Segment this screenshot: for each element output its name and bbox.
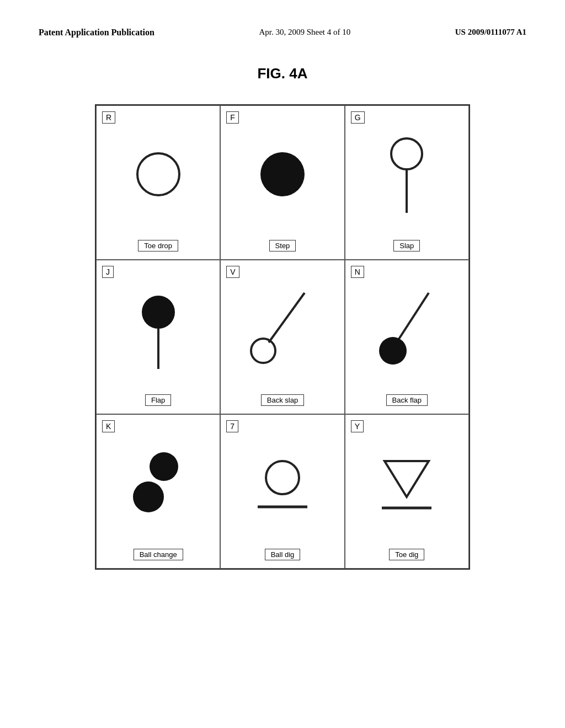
header-right: US 2009/0111077 A1	[455, 28, 526, 37]
cell-symbol	[102, 431, 214, 541]
svg-marker-14	[385, 461, 429, 497]
cell-letter: F	[226, 111, 239, 124]
grid-cell-k: KBall change	[96, 414, 220, 569]
cell-label: Toe drop	[138, 240, 178, 251]
header-left: Patent Application Publication	[39, 28, 154, 38]
grid-cell-n: NBack flap	[345, 260, 469, 414]
svg-line-8	[398, 293, 429, 340]
cell-label: Ball change	[134, 549, 183, 560]
figure-title: FIG. 4A	[0, 65, 565, 82]
cell-symbol	[226, 276, 338, 387]
cell-label: Ball dig	[265, 549, 301, 560]
grid-cell-f: FStep	[220, 105, 344, 260]
cell-letter: G	[351, 111, 365, 124]
svg-point-0	[137, 153, 179, 195]
page-header: Patent Application Publication Apr. 30, …	[0, 0, 565, 49]
svg-point-11	[133, 481, 164, 512]
cell-letter: N	[351, 266, 364, 278]
cell-label: Step	[269, 240, 296, 251]
cell-symbol	[226, 122, 338, 232]
cell-symbol	[351, 431, 463, 541]
cell-label: Back slap	[261, 394, 304, 406]
cell-symbol	[102, 122, 214, 232]
cell-label: Back flap	[386, 394, 428, 406]
svg-point-2	[391, 138, 422, 169]
svg-point-9	[379, 337, 407, 365]
cell-label: Toe dig	[389, 549, 424, 560]
cell-letter: V	[226, 266, 239, 278]
grid-cell-7: 7Ball dig	[220, 414, 344, 569]
cell-letter: Y	[351, 420, 364, 432]
svg-line-6	[269, 293, 305, 342]
grid-cell-g: GSlap	[345, 105, 469, 260]
grid-cell-v: VBack slap	[220, 260, 344, 414]
svg-point-4	[142, 296, 175, 329]
cell-letter: J	[102, 266, 114, 278]
cell-label: Slap	[393, 240, 420, 251]
cell-letter: R	[102, 111, 115, 124]
grid-cell-j: JFlap	[96, 260, 220, 414]
grid-cell-y: YToe dig	[345, 414, 469, 569]
header-center: Apr. 30, 2009 Sheet 4 of 10	[259, 28, 350, 37]
svg-point-7	[251, 339, 275, 363]
symbol-grid: RToe dropFStepGSlapJFlapVBack slapNBack …	[95, 104, 470, 570]
cell-letter: K	[102, 420, 115, 432]
cell-label: Flap	[145, 394, 171, 406]
svg-point-10	[150, 452, 178, 481]
cell-symbol	[102, 276, 214, 387]
cell-symbol	[351, 276, 463, 387]
cell-letter: 7	[226, 420, 238, 432]
cell-symbol	[351, 122, 463, 232]
grid-cell-r: RToe drop	[96, 105, 220, 260]
svg-point-12	[266, 461, 299, 494]
svg-point-1	[260, 152, 305, 196]
cell-symbol	[226, 431, 338, 541]
